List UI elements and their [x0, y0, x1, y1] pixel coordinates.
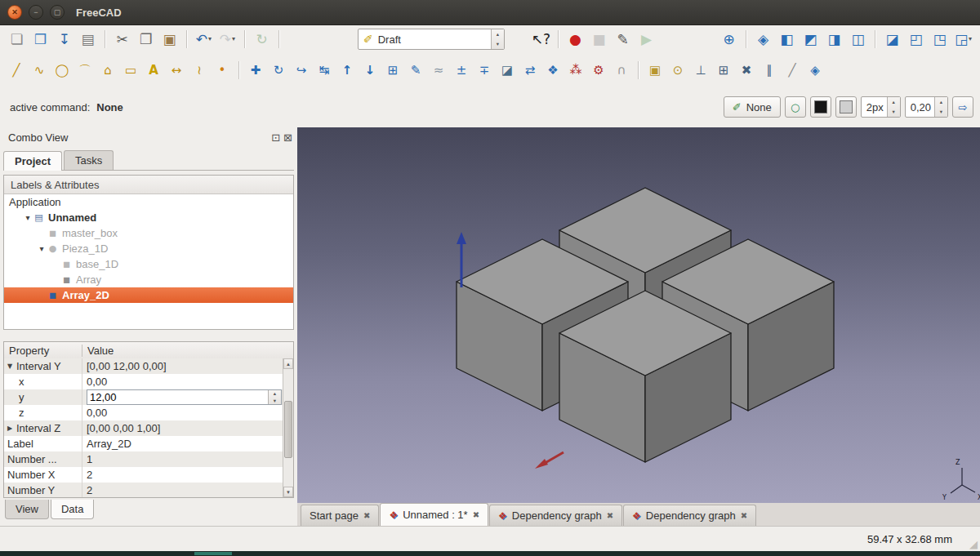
draft-text-button[interactable]: A — [143, 60, 164, 81]
draft-downgrade-button[interactable]: ↓ — [359, 60, 381, 81]
tab-view[interactable]: View — [5, 500, 49, 519]
new-document-button[interactable]: ❏ — [6, 29, 28, 50]
draft-rotate-button[interactable]: ↻ — [268, 60, 289, 81]
draft-trimex-button[interactable]: ↹ — [314, 60, 335, 81]
draft-edit-button[interactable]: ✎ — [405, 60, 426, 81]
save-button[interactable]: ↧ — [53, 29, 75, 50]
tab-close-icon[interactable]: ✖ — [741, 511, 747, 520]
document-tab[interactable]: Start page✖ — [301, 505, 379, 526]
property-row-number[interactable]: Number ...1 — [4, 451, 283, 467]
draft-dimension-button[interactable]: ↔ — [166, 60, 187, 81]
draft-rectangle-button[interactable]: ▭ — [120, 60, 141, 81]
snap-center-button[interactable]: ◈ — [804, 60, 826, 81]
draft-patharray-button[interactable]: ⁂ — [565, 60, 586, 81]
close-panel-icon[interactable]: ⊠ — [283, 132, 292, 143]
line-color-button[interactable] — [810, 96, 831, 118]
property-row-label[interactable]: LabelArray_2D — [4, 436, 283, 451]
tab-close-icon[interactable]: ✖ — [473, 510, 479, 519]
snap-extension-button[interactable]: ╱ — [782, 60, 803, 81]
text-size-spinner[interactable]: 0,20 ▴ ▾ — [905, 96, 948, 118]
window-minimize-button[interactable]: − — [29, 5, 43, 20]
property-row-z[interactable]: z0,00 — [4, 405, 283, 420]
float-panel-icon[interactable]: ⊡ — [271, 132, 280, 143]
draft-array-button[interactable]: ❖ — [542, 60, 564, 81]
property-row-number-x[interactable]: Number X2 — [4, 467, 283, 483]
tree-item-base_1d[interactable]: ◼base_1D — [4, 256, 293, 272]
property-row-number-y[interactable]: Number Y2 — [4, 483, 283, 498]
tab-data[interactable]: Data — [51, 500, 94, 519]
draft-arc-button[interactable]: ⌒ — [74, 60, 96, 81]
draft-delpoint-button[interactable]: ∓ — [474, 60, 495, 81]
spin-up-icon[interactable]: ▴ — [269, 390, 281, 398]
macro-edit-button[interactable]: ✎ — [612, 29, 634, 50]
draft-upgrade-button[interactable]: ↑ — [336, 60, 358, 81]
view-axonometric-button[interactable]: ◲▾ — [952, 29, 974, 50]
expand-arrow-icon[interactable]: ▼ — [7, 363, 16, 370]
property-row-interval-z[interactable]: ▶Interval Z[0,00 0,00 1,00] — [4, 420, 283, 436]
property-value-input[interactable] — [87, 390, 268, 404]
document-tab[interactable]: ❖Unnamed : 1*✖ — [380, 503, 488, 526]
draft-circle-button[interactable]: ◯ — [51, 60, 73, 81]
tab-tasks[interactable]: Tasks — [64, 150, 114, 170]
spin-down-icon[interactable]: ▾ — [269, 398, 281, 405]
tab-close-icon[interactable]: ✖ — [607, 511, 613, 520]
macro-stop-button[interactable]: ■ — [588, 29, 610, 50]
view-right-button[interactable]: ◫ — [847, 29, 869, 50]
draft-draft2sketch-button[interactable]: ⇄ — [519, 60, 541, 81]
expand-arrow-icon[interactable]: ▾ — [37, 245, 47, 253]
tree-root-item[interactable]: Application — [4, 194, 293, 210]
3d-view[interactable]: ZYX — [297, 127, 980, 503]
draft-wire2spline-button[interactable]: ≈ — [428, 60, 449, 81]
view-rear-button[interactable]: ◪ — [881, 29, 903, 50]
text-size-arrows[interactable]: ▴ ▾ — [934, 97, 947, 117]
expand-arrow-icon[interactable]: ▾ — [23, 214, 33, 222]
workbench-selector[interactable]: ✐ Draft ▴ ▾ — [358, 29, 505, 50]
document-tab[interactable]: ❖Dependency graph✖ — [489, 505, 622, 526]
view-top-button[interactable]: ◨ — [823, 29, 845, 50]
draft-scale-button[interactable]: ⊞ — [382, 60, 403, 81]
draft-shape2dview-button[interactable]: ◪ — [497, 60, 518, 81]
line-width-arrows[interactable]: ▴ ▾ — [887, 97, 900, 117]
snap-grid-button[interactable]: ⊞ — [713, 60, 734, 81]
view-front-button[interactable]: ◩ — [800, 29, 822, 50]
tree-item-array_2d[interactable]: ◼Array_2D — [4, 287, 293, 303]
title-bar[interactable]: ✕ − ▢ FreeCAD — [0, 0, 980, 25]
window-close-button[interactable]: ✕ — [7, 5, 22, 20]
face-color-button[interactable] — [835, 96, 857, 118]
draft-offset-button[interactable]: ↪ — [291, 60, 312, 81]
line-width-spinner[interactable]: 2px ▴ ▾ — [861, 96, 901, 118]
property-value-editor[interactable]: ▴▾ — [87, 389, 282, 405]
snap-perpendicular-button[interactable]: ⊥ — [690, 60, 711, 81]
whats-this-button[interactable]: ↖? — [530, 29, 552, 50]
value-spinner[interactable]: ▴▾ — [268, 390, 281, 404]
draft-mirror-button[interactable]: ∩ — [611, 60, 632, 81]
window-maximize-button[interactable]: ▢ — [50, 5, 65, 20]
property-row-interval-y[interactable]: ▼Interval Y[0,00 12,00 0,00] — [4, 358, 283, 374]
snap-lock-button[interactable]: ▣ — [644, 60, 666, 81]
workbench-selector-spinner[interactable]: ▴ ▾ — [491, 29, 504, 49]
view-isometric-button[interactable]: ◧ — [776, 29, 798, 50]
tree-item-unnamed[interactable]: ▾▤Unnamed — [4, 210, 293, 225]
tab-project[interactable]: Project — [3, 151, 62, 171]
undo-button[interactable]: ↶▾ — [193, 29, 215, 50]
scrollbar-thumb[interactable] — [284, 401, 292, 458]
snap-intersection-button[interactable]: ✖ — [736, 60, 757, 81]
cut-button[interactable]: ✂ — [111, 29, 133, 50]
view-left-button[interactable]: ◳ — [929, 29, 951, 50]
property-scrollbar[interactable]: ▲ ▼ — [283, 358, 293, 497]
construction-mode-button[interactable]: ○ — [785, 96, 806, 118]
value-column-header[interactable]: Value — [82, 345, 114, 357]
property-row-x[interactable]: x0,00 — [4, 374, 283, 389]
redo-button[interactable]: ↷▾ — [216, 29, 238, 50]
resize-grip-icon[interactable]: ◢ — [969, 539, 978, 549]
snap-endpoint-button[interactable]: ⊙ — [667, 60, 688, 81]
snap-parallel-button[interactable]: ∥ — [759, 60, 780, 81]
copy-button[interactable]: ❐ — [135, 29, 157, 50]
draft-wire-button[interactable]: ∿ — [29, 60, 50, 81]
view-bottom-button[interactable]: ◰ — [905, 29, 927, 50]
autogroup-button[interactable]: ✐ None — [724, 96, 781, 118]
paste-button[interactable]: ▣ — [158, 29, 180, 50]
open-folder-button[interactable]: ❒ — [29, 29, 51, 50]
add-to-group-button[interactable]: ⇨ — [952, 96, 973, 118]
draft-clone-button[interactable]: ⚙ — [588, 60, 609, 81]
